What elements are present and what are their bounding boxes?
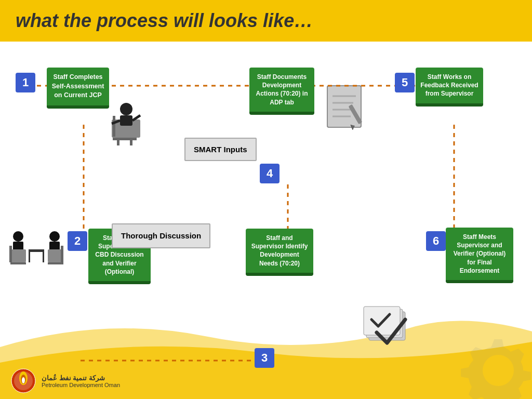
svg-rect-6 (120, 115, 132, 126)
smart-inputs-box: SMART Inputs (184, 138, 257, 161)
checklist-icon (353, 296, 421, 358)
step-1-box: Staff Completes Self-Assessment on Curre… (47, 68, 109, 109)
footer-company-name: Petroleum Development Oman (42, 382, 120, 388)
svg-point-12 (13, 231, 23, 242)
footer-text-container: شركة تنمية نفط عُمان Petroleum Developme… (42, 374, 120, 388)
staff-supervisor-box: Staff and Supervisor Identify Developmen… (246, 229, 313, 276)
meeting-people-icon (5, 221, 68, 278)
document-icon (325, 83, 371, 135)
svg-rect-22 (327, 86, 361, 127)
main-content: 1 Staff Completes Self-Assessment on Cur… (0, 42, 532, 399)
step-5-box: Staff Works on Feedback Received from Su… (416, 68, 483, 107)
svg-point-43 (22, 377, 25, 383)
svg-rect-15 (9, 246, 12, 262)
svg-rect-16 (10, 262, 26, 264)
svg-rect-20 (61, 246, 63, 262)
bottom-dotted-line (81, 357, 268, 364)
svg-rect-9 (29, 249, 44, 252)
step1-down-line (81, 125, 87, 234)
page-title: what the process will looks like… (16, 10, 313, 32)
svg-rect-11 (43, 252, 44, 262)
svg-rect-4 (113, 116, 115, 137)
step-6-number: 6 (426, 231, 446, 251)
step5-down-line (451, 125, 457, 234)
step-6-box: Staff Meets Supervisor and Verifier (Opt… (446, 228, 513, 283)
svg-point-17 (49, 231, 60, 242)
discussion-box: Thorough Discussion (112, 223, 210, 248)
step-3-number: 3 (255, 348, 274, 368)
step-4-number: 4 (260, 164, 280, 183)
gear-decoration (459, 331, 532, 399)
header: what the process will looks like… (0, 0, 532, 42)
step-1-number: 1 (16, 73, 35, 92)
svg-rect-3 (113, 138, 137, 140)
svg-rect-14 (10, 249, 26, 262)
footer-arabic: شركة تنمية نفط عُمان (42, 374, 120, 382)
pdo-logo (10, 368, 36, 394)
svg-point-5 (120, 103, 132, 115)
step-5-number: 5 (395, 73, 415, 92)
staff-documents-box: Staff Documents Development Actions (70:… (249, 68, 314, 115)
svg-rect-10 (29, 252, 30, 262)
step-2-number: 2 (68, 231, 87, 251)
svg-rect-21 (48, 262, 63, 264)
footer: شركة تنمية نفط عُمان Petroleum Developme… (10, 368, 120, 394)
